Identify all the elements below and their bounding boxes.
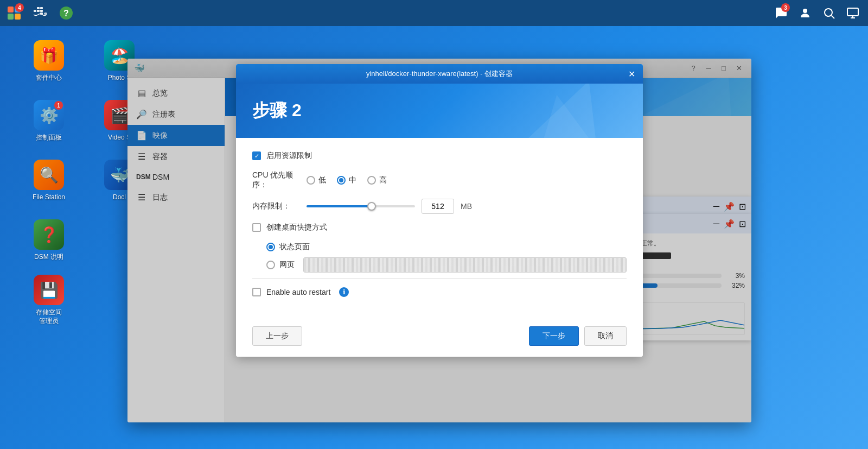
taskbar-package-center[interactable]: 4 bbox=[2, 1, 26, 25]
resource-limit-label: 启用资源限制 bbox=[266, 151, 312, 161]
svg-rect-16 bbox=[847, 8, 858, 16]
auto-restart-label: Enable auto restart bbox=[266, 288, 330, 296]
search-icon[interactable] bbox=[818, 1, 840, 25]
chat-icon[interactable]: 3 bbox=[770, 1, 792, 25]
prev-button[interactable]: 上一步 bbox=[252, 326, 302, 346]
docker-main: 映像 ─ 📌 ⊡ 🗄️ bbox=[225, 78, 751, 422]
radio-mid-label: 中 bbox=[349, 175, 356, 185]
desktop-icon-dsm-help[interactable]: ❓ DSM 说明 bbox=[16, 211, 81, 270]
memory-input[interactable]: 512 bbox=[422, 199, 454, 214]
dialog-titlebar: yinheli/docker-thunder-xware(latest) - 创… bbox=[236, 78, 643, 84]
section-divider bbox=[252, 278, 627, 279]
svg-rect-3 bbox=[15, 14, 21, 20]
user-icon[interactable] bbox=[794, 1, 816, 25]
svg-text:?: ? bbox=[63, 9, 69, 18]
desktop-shortcut-label: 创建桌面快捷方式 bbox=[266, 223, 327, 232]
memory-limit-row: 内存限制： 512 MB bbox=[252, 199, 627, 214]
dialog-footer: 上一步 下一步 取消 bbox=[236, 320, 643, 357]
slider-thumb[interactable] bbox=[367, 202, 376, 211]
radio-low-outer bbox=[307, 176, 315, 185]
icon-label-storage: 存储空间 管理员 bbox=[36, 308, 62, 325]
dialog-body: ✓ 启用资源限制 CPU 优先顺序： bbox=[236, 138, 643, 320]
svg-rect-0 bbox=[8, 7, 14, 12]
icon-label-docker-desktop: Docl bbox=[113, 193, 126, 202]
taskbar-left: 4 ? bbox=[0, 1, 78, 25]
desktop-icon-storage[interactable]: 💾 存储空间 管理员 bbox=[16, 270, 81, 330]
taskbar-right: 3 bbox=[770, 1, 868, 25]
radio-high-label: 高 bbox=[379, 175, 387, 185]
svg-point-10 bbox=[44, 12, 47, 15]
create-dialog: yinheli/docker-thunder-xware(latest) - 创… bbox=[236, 78, 643, 357]
checkbox-check: ✓ bbox=[254, 153, 259, 160]
svg-line-15 bbox=[832, 16, 835, 19]
status-radio-label: 状态页面 bbox=[279, 242, 310, 252]
next-button[interactable]: 下一步 bbox=[529, 326, 579, 346]
svg-rect-2 bbox=[8, 14, 14, 20]
cpu-radio-mid[interactable]: 中 bbox=[337, 175, 356, 185]
memory-limit-content: 512 MB bbox=[307, 199, 627, 214]
desktop-icons-col1: 🎁 套件中心 ⚙️ 1 控制面板 🔍 File Station ❓ DSM 说明 bbox=[16, 31, 81, 330]
url-input[interactable] bbox=[303, 257, 627, 273]
svg-rect-8 bbox=[40, 7, 43, 9]
control-badge: 1 bbox=[54, 101, 63, 110]
sub-radio-webpage[interactable]: 网页 bbox=[266, 257, 627, 273]
url-blur bbox=[304, 258, 626, 272]
taskbar-docker[interactable] bbox=[28, 1, 52, 25]
svg-rect-5 bbox=[37, 10, 40, 12]
display-icon[interactable] bbox=[842, 1, 864, 25]
dialog-close-btn[interactable]: ✕ bbox=[626, 78, 637, 80]
chat-badge: 3 bbox=[781, 3, 790, 12]
webpage-radio-outer bbox=[266, 261, 275, 269]
webpage-radio-label: 网页 bbox=[279, 260, 295, 270]
sub-options: 状态页面 网页 bbox=[266, 242, 627, 273]
icon-label-package: 套件中心 bbox=[36, 74, 62, 83]
auto-restart-checkbox[interactable] bbox=[252, 288, 261, 296]
memory-unit: MB bbox=[461, 202, 472, 211]
svg-rect-6 bbox=[40, 10, 43, 12]
desktop-icon-control-panel[interactable]: ⚙️ 1 控制面板 bbox=[16, 91, 81, 151]
desktop-shortcut-checkbox[interactable] bbox=[252, 223, 261, 232]
svg-point-13 bbox=[803, 9, 807, 13]
status-radio-inner bbox=[269, 245, 273, 249]
status-radio-outer bbox=[266, 243, 275, 251]
taskbar-help[interactable]: ? bbox=[54, 1, 78, 25]
cancel-button[interactable]: 取消 bbox=[584, 326, 627, 346]
desktop: 🎁 套件中心 ⚙️ 1 控制面板 🔍 File Station ❓ DSM 说明 bbox=[0, 26, 868, 449]
auto-restart-info-icon[interactable]: ℹ bbox=[339, 287, 349, 297]
icon-label-file: File Station bbox=[33, 193, 65, 202]
dialog-step: 步骤 2 bbox=[252, 99, 302, 123]
radio-mid-outer bbox=[337, 176, 346, 185]
radio-high-outer bbox=[367, 176, 376, 185]
svg-rect-4 bbox=[34, 10, 36, 12]
cpu-radio-group: 低 中 bbox=[307, 175, 387, 185]
dialog-banner: 步骤 2 bbox=[236, 84, 643, 138]
radio-mid-inner bbox=[339, 178, 343, 182]
sub-radio-status[interactable]: 状态页面 bbox=[266, 242, 627, 252]
cpu-priority-content: 低 中 bbox=[307, 175, 627, 185]
desktop-icon-package-center[interactable]: 🎁 套件中心 bbox=[16, 31, 81, 91]
desktop-shortcut-row: 创建桌面快捷方式 bbox=[252, 223, 627, 232]
memory-slider-track[interactable] bbox=[307, 205, 415, 207]
resource-limit-row: ✓ 启用资源限制 bbox=[252, 151, 627, 161]
cpu-radio-high[interactable]: 高 bbox=[367, 175, 387, 185]
package-badge: 4 bbox=[15, 3, 24, 12]
docker-body: ▤ 总览 🔎 注册表 📄 映像 ☰ 容器 DSM DSM bbox=[127, 78, 751, 422]
icon-label-dsm-help: DSM 说明 bbox=[34, 253, 63, 262]
radio-low-label: 低 bbox=[318, 175, 326, 185]
cpu-radio-low[interactable]: 低 bbox=[307, 175, 326, 185]
dialog-title: yinheli/docker-thunder-xware(latest) - 创… bbox=[242, 78, 636, 79]
auto-restart-row: Enable auto restart ℹ bbox=[252, 287, 627, 297]
svg-point-14 bbox=[825, 9, 832, 16]
icon-label-control: 控制面板 bbox=[36, 134, 62, 142]
memory-limit-label: 内存限制： bbox=[252, 201, 307, 211]
dialog-overlay: yinheli/docker-thunder-xware(latest) - 创… bbox=[225, 78, 751, 422]
resource-limit-checkbox[interactable]: ✓ bbox=[252, 151, 261, 160]
cpu-priority-label: CPU 优先顺序： bbox=[252, 170, 307, 190]
cpu-priority-row: CPU 优先顺序： 低 bbox=[252, 170, 627, 190]
taskbar: 4 ? 3 bbox=[0, 0, 868, 26]
desktop-icon-file-station[interactable]: 🔍 File Station bbox=[16, 151, 81, 211]
docker-window: 🐳 Docker ? ─ □ ✕ ▤ 总览 🔎 注册表 bbox=[127, 59, 751, 422]
svg-rect-7 bbox=[37, 7, 40, 9]
footer-right-buttons: 下一步 取消 bbox=[529, 326, 627, 346]
slider-fill bbox=[307, 205, 372, 207]
